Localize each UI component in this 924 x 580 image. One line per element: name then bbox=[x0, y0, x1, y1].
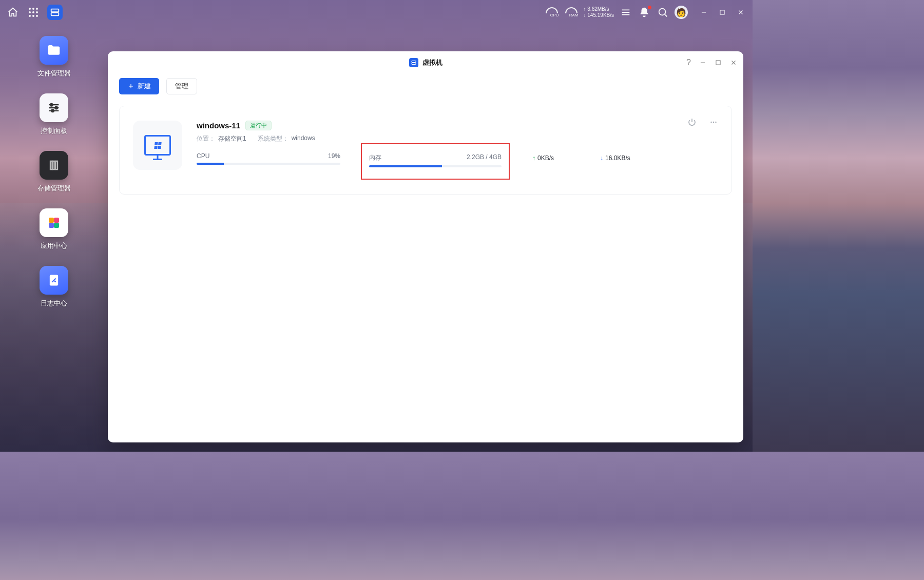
sidebar-item-control-panel[interactable]: 控制面板 bbox=[40, 93, 68, 136]
svg-point-20 bbox=[715, 122, 716, 123]
svg-point-18 bbox=[710, 122, 711, 123]
window-maximize-icon[interactable] bbox=[717, 7, 728, 18]
svg-rect-3 bbox=[720, 10, 724, 14]
svg-rect-9 bbox=[56, 161, 58, 169]
status-badge: 运行中 bbox=[245, 121, 272, 130]
apps-grid-icon[interactable] bbox=[27, 6, 40, 19]
svg-rect-15 bbox=[412, 61, 416, 62]
inner-close-icon[interactable] bbox=[730, 59, 737, 66]
svg-rect-1 bbox=[51, 13, 59, 15]
location-key: 位置： bbox=[197, 134, 215, 143]
svg-point-5 bbox=[55, 107, 57, 109]
svg-point-4 bbox=[50, 104, 53, 106]
svg-point-19 bbox=[713, 122, 714, 123]
svg-rect-17 bbox=[716, 60, 720, 64]
help-icon[interactable]: ? bbox=[686, 58, 691, 67]
svg-point-2 bbox=[659, 9, 666, 15]
arrow-up-icon: ↑ bbox=[532, 154, 535, 162]
ram-gauge[interactable]: RAM bbox=[564, 7, 579, 17]
vm-app-icon bbox=[409, 58, 418, 67]
toolbar: 新建 管理 bbox=[108, 74, 743, 99]
net-up-value: 0KB/s bbox=[537, 154, 554, 162]
search-icon[interactable] bbox=[656, 6, 669, 19]
svg-rect-0 bbox=[51, 9, 59, 12]
sidebar-item-label: 日志中心 bbox=[41, 299, 67, 308]
svg-rect-16 bbox=[412, 63, 416, 64]
net-up: ↑ 3.62MB/s bbox=[584, 6, 614, 12]
manage-button[interactable]: 管理 bbox=[166, 78, 197, 94]
more-icon[interactable] bbox=[709, 118, 718, 129]
svg-rect-8 bbox=[53, 161, 55, 169]
cpu-value: 19% bbox=[328, 152, 340, 160]
sidebar-item-app-center[interactable]: 应用中心 bbox=[40, 208, 68, 250]
vm-thumbnail bbox=[133, 121, 182, 170]
power-icon[interactable] bbox=[687, 118, 697, 129]
svg-rect-11 bbox=[54, 218, 59, 223]
sidebar-item-label: 文件管理器 bbox=[37, 69, 71, 78]
vm-app-taskbar-icon[interactable] bbox=[47, 5, 63, 20]
cpu-label: CPU bbox=[197, 152, 209, 160]
inner-maximize-icon[interactable] bbox=[715, 59, 722, 66]
window-title: 虚拟机 bbox=[422, 58, 442, 67]
cpu-gauge[interactable]: CPU bbox=[545, 7, 559, 17]
bell-icon[interactable] bbox=[638, 6, 651, 19]
inner-minimize-icon[interactable] bbox=[699, 59, 706, 66]
sidebar-item-label: 应用中心 bbox=[41, 241, 67, 250]
sidebar-item-storage-manager[interactable]: 存储管理器 bbox=[37, 151, 71, 193]
network-io: ↑0KB/s ↓16.0KB/s bbox=[532, 154, 630, 162]
window-close-icon[interactable] bbox=[735, 7, 746, 18]
cpu-stat: CPU 19% bbox=[197, 152, 340, 165]
new-vm-button[interactable]: 新建 bbox=[119, 78, 159, 94]
svg-point-6 bbox=[51, 110, 54, 112]
svg-rect-7 bbox=[50, 161, 52, 169]
monitor-icon bbox=[144, 135, 171, 156]
new-vm-button-label: 新建 bbox=[138, 82, 151, 91]
memory-stat-highlight: 内存 2.2GB / 4GB bbox=[361, 143, 510, 180]
sidebar-item-label: 控制面板 bbox=[41, 126, 67, 136]
home-icon[interactable] bbox=[6, 6, 20, 19]
ostype-key: 系统类型： bbox=[258, 134, 288, 143]
vm-name: windows-11 bbox=[197, 121, 240, 130]
manage-button-label: 管理 bbox=[175, 82, 188, 91]
sidebar-item-label: 存储管理器 bbox=[37, 184, 71, 193]
location-value: 存储空间1 bbox=[218, 134, 246, 143]
window-minimize-icon[interactable] bbox=[698, 7, 709, 18]
net-down: ↓ 145.19KB/s bbox=[584, 12, 614, 18]
system-topbar: CPU RAM ↑ 3.62MB/s ↓ 145.19KB/s 🧑 bbox=[0, 0, 753, 25]
list-icon[interactable] bbox=[619, 6, 632, 19]
svg-rect-12 bbox=[49, 223, 54, 228]
avatar[interactable]: 🧑 bbox=[675, 6, 688, 19]
svg-rect-13 bbox=[54, 223, 59, 228]
svg-rect-10 bbox=[49, 218, 54, 223]
network-stats: ↑ 3.62MB/s ↓ 145.19KB/s bbox=[584, 6, 614, 18]
desktop-sidebar: 文件管理器 控制面板 存储管理器 应用中心 日志中心 bbox=[0, 36, 108, 308]
net-down-value: 16.0KB/s bbox=[605, 154, 630, 162]
sidebar-item-log-center[interactable]: 日志中心 bbox=[40, 266, 68, 308]
mem-value: 2.2GB / 4GB bbox=[467, 153, 502, 162]
vm-manager-window: 虚拟机 ? 新建 管理 windows-11 bbox=[108, 51, 743, 442]
sidebar-item-file-manager[interactable]: 文件管理器 bbox=[37, 36, 71, 78]
ram-gauge-label: RAM bbox=[569, 13, 579, 17]
window-titlebar: 虚拟机 ? bbox=[108, 51, 743, 74]
mem-label: 内存 bbox=[369, 153, 381, 162]
cpu-gauge-label: CPU bbox=[550, 13, 559, 17]
vm-card[interactable]: windows-11 运行中 位置： 存储空间1 系统类型： windows bbox=[119, 106, 732, 195]
arrow-down-icon: ↓ bbox=[600, 154, 603, 162]
ostype-value: windows bbox=[292, 134, 315, 143]
